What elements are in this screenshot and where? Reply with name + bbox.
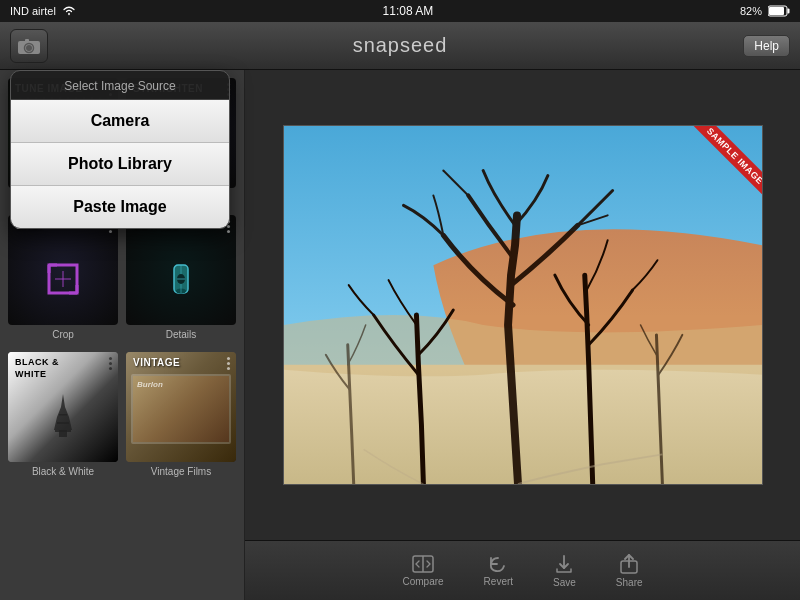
crop-label: Crop [8,329,118,344]
eiffel-icon-svg [47,392,79,442]
battery-icon [768,5,790,17]
carrier-label: IND airtel [10,5,56,17]
save-action[interactable]: Save [553,554,576,588]
status-right: 82% [740,5,790,17]
vintage-overlay-text: Burlon [137,380,163,389]
vintage-label: Vintage Films [126,466,236,481]
svg-rect-32 [57,422,69,424]
tool-row-2: BLACK &WHITE [8,352,236,462]
top-bar: snapseed Help [0,22,800,70]
dropdown-photo-library[interactable]: Photo Library [11,143,229,186]
svg-rect-33 [59,414,67,416]
tool-bw[interactable]: BLACK &WHITE [8,352,118,462]
svg-rect-6 [25,39,29,42]
dropdown-paste-image[interactable]: Paste Image [11,186,229,228]
revert-icon [488,555,508,573]
sample-ribbon-text: SAMPLE IMAGE [690,126,762,201]
svg-rect-2 [769,7,784,15]
revert-label: Revert [484,576,513,587]
share-icon [619,554,639,574]
details-label: Details [126,329,236,344]
tool-labels-row-1: Crop Details [8,329,236,344]
image-source-dropdown: Select Image Source Camera Photo Library… [10,70,230,229]
sample-photo: SAMPLE IMAGE [283,125,763,485]
crop-icon-svg [39,255,87,303]
dropdown-camera[interactable]: Camera [11,100,229,143]
save-icon [555,554,573,574]
share-label: Share [616,577,643,588]
tool-crop[interactable]: CROP [8,215,118,325]
bottom-toolbar: Compare Revert Save [245,540,800,600]
compare-action[interactable]: Compare [402,555,443,587]
details-icon-svg [159,257,203,301]
status-bar: IND airtel 11:08 AM 82% [0,0,800,22]
compare-icon [412,555,434,573]
status-left: IND airtel [10,4,76,18]
tool-vintage[interactable]: Burlon VINTAGE [126,352,236,462]
share-action[interactable]: Share [616,554,643,588]
tool-details[interactable]: DETAILS [126,215,236,325]
battery-label: 82% [740,5,762,17]
svg-point-5 [26,45,32,51]
revert-action[interactable]: Revert [484,555,513,587]
image-area: SAMPLE IMAGE [245,70,800,540]
vintage-page-indicator [227,357,230,370]
status-time: 11:08 AM [383,4,434,18]
vintage-header: VINTAGE [133,357,180,369]
compare-label: Compare [402,576,443,587]
wifi-icon [62,4,76,18]
dropdown-title: Select Image Source [11,71,229,100]
dropdown-container: Select Image Source Camera Photo Library… [10,70,230,229]
image-container: SAMPLE IMAGE [283,125,763,485]
bw-page-indicator [109,357,112,370]
tool-row-1: CROP [8,215,236,325]
svg-rect-1 [787,9,789,14]
save-label: Save [553,577,576,588]
svg-rect-31 [55,430,71,432]
tool-labels-row-2: Black & White Vintage Films [8,466,236,481]
svg-rect-35 [284,365,762,484]
camera-button[interactable] [10,29,48,63]
content-area: SAMPLE IMAGE Compare [245,70,800,600]
help-button[interactable]: Help [743,35,790,57]
app-title: snapseed [353,34,448,57]
bw-label: Black & White [8,466,118,481]
sample-ribbon: SAMPLE IMAGE [662,126,762,226]
vintage-photo-frame: Burlon [131,374,231,444]
bw-header: BLACK &WHITE [15,357,59,380]
